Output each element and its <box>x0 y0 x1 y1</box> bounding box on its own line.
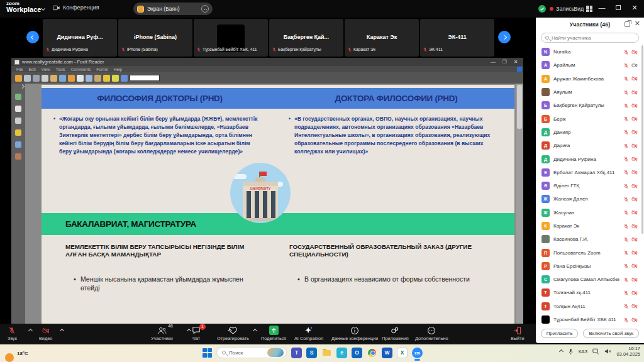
taskbar-app-excel[interactable]: X <box>397 348 408 358</box>
taskbar-clock[interactable]: 16:17 03.04.2025 <box>616 346 640 358</box>
unmute-button[interactable]: Включить свой звук <box>583 329 639 338</box>
toolbar-participants-button[interactable]: 46Участники <box>151 326 173 341</box>
chevron-up-icon[interactable] <box>253 329 257 333</box>
filmstrip-next-button[interactable] <box>498 31 511 43</box>
foxit-menu-tools[interactable]: Tools <box>56 67 65 72</box>
participant-row[interactable]: Касеинова Г.И. <box>536 233 644 246</box>
security-shield-icon[interactable] <box>538 5 546 13</box>
foxit-close-button[interactable]: ✕ <box>511 59 520 65</box>
taskbar-app-store[interactable]: S <box>306 348 317 358</box>
participant-row[interactable]: ААрайлым <box>536 58 644 72</box>
toolbar-video-button[interactable]: Видео <box>39 326 52 341</box>
toolbar-share-button[interactable]: Поделиться <box>261 326 286 341</box>
comments-icon[interactable] <box>15 129 21 136</box>
tray-expand-icon[interactable] <box>559 349 564 354</box>
print-icon[interactable] <box>42 75 48 82</box>
weather-widget[interactable]: 18°C Sunny <box>5 346 30 362</box>
clipboard-icon[interactable] <box>94 75 101 82</box>
email-icon[interactable] <box>50 75 57 82</box>
foxit-menu-view[interactable]: View <box>42 67 50 72</box>
participant-row[interactable]: ППользователь Zoom <box>536 246 644 259</box>
participant-row[interactable]: Аяулым <box>536 85 644 99</box>
taskbar-search[interactable]: Поиск <box>216 347 287 358</box>
screen-icon[interactable] <box>59 75 66 82</box>
minimize-button[interactable]: — <box>596 4 608 11</box>
foxit-menu-file[interactable]: File <box>16 67 23 72</box>
bookmarks-icon[interactable] <box>15 94 21 100</box>
participants-scrollbar[interactable] <box>641 45 643 234</box>
taskbar-app-explorer[interactable] <box>321 348 332 358</box>
participant-row[interactable]: ЖЖансая Далел <box>536 192 644 206</box>
toolbar-info-button[interactable]: Данные конференции <box>331 326 378 341</box>
chevron-up-icon[interactable] <box>187 329 191 333</box>
participant-search[interactable] <box>541 33 639 43</box>
taskbar-app-chrome[interactable] <box>367 348 377 358</box>
hand-tool-icon[interactable] <box>68 75 75 82</box>
participant-row[interactable]: ДДариға <box>536 139 644 152</box>
tray-volume-muted-icon[interactable] <box>604 348 611 354</box>
scrollbar-thumb[interactable] <box>517 85 522 129</box>
participant-row[interactable]: ЖЖасулан <box>536 206 644 219</box>
lock-icon[interactable] <box>103 75 110 82</box>
toolbar-audio-button[interactable]: Звук <box>8 326 17 341</box>
toolbar-apps-button[interactable]: Приложения <box>382 326 409 341</box>
toolbar-chat-button[interactable]: 1Чат <box>192 326 201 341</box>
participant-row[interactable]: ББақберген Қайратұлы <box>536 99 644 112</box>
filmstrip-prev-button[interactable] <box>26 31 39 43</box>
close-button[interactable]: ✕ <box>629 4 640 12</box>
video-tile[interactable]: Дидичина Руф...Дидичина Руфина <box>43 19 117 57</box>
participant-row[interactable]: ДДанияр <box>536 126 644 139</box>
participant-row[interactable]: РРана Ерсінқызы <box>536 260 644 273</box>
screen-share-tab[interactable]: Экран (Баян) <box>133 3 213 15</box>
participant-row[interactable]: ДДидичина Руфина <box>536 152 644 165</box>
participant-row[interactable]: ССмагулова Самал Алпысбеко... <box>536 273 644 286</box>
maximize-button[interactable] <box>613 4 624 11</box>
foxit-help-icon[interactable] <box>517 67 522 72</box>
toolbar-leave-button[interactable]: Выйти <box>511 326 525 341</box>
toolbar-ai-button[interactable]: AI Companion <box>294 326 323 341</box>
panel-close-icon[interactable]: ✕ <box>635 19 640 28</box>
taskbar-app-outlook[interactable]: O <box>352 348 362 358</box>
attachments-icon[interactable] <box>15 141 21 148</box>
tray-mic-icon[interactable] <box>568 348 574 355</box>
select-tool-icon[interactable] <box>77 75 84 82</box>
pen-icon[interactable] <box>112 75 119 82</box>
toolbar-react-button[interactable]: Отреагировать <box>217 326 249 341</box>
taskbar-app-edge[interactable]: e <box>336 348 347 358</box>
search-highlight-image[interactable] <box>267 348 284 357</box>
pages-icon[interactable] <box>15 106 21 112</box>
foxit-menu-help[interactable]: Help <box>114 67 122 72</box>
toolbar-more-button[interactable]: Дополнительно <box>415 326 448 341</box>
find-icon[interactable] <box>121 75 128 82</box>
participant-row[interactable]: ТТолғанай хқ-411 <box>536 286 644 299</box>
save-icon[interactable] <box>24 75 31 82</box>
signature-icon[interactable] <box>15 153 21 160</box>
start-button[interactable] <box>203 348 212 358</box>
video-tile[interactable]: Тұрсынбай Бейбіт ХБК, 411 <box>194 19 268 57</box>
save-all-icon[interactable] <box>33 75 40 82</box>
foxit-menu-edit[interactable]: Edit <box>28 67 35 72</box>
taskbar-app-zoom[interactable]: zm <box>412 348 423 358</box>
foxit-restore-button[interactable]: ❐ <box>500 59 509 65</box>
page-number-input[interactable] <box>130 75 160 81</box>
taskbar-app-word[interactable]: W <box>382 348 392 358</box>
invite-button[interactable]: Пригласить <box>541 329 579 338</box>
foxit-menu-comments[interactable]: Comments <box>71 67 91 72</box>
participant-row[interactable]: NNuraika <box>536 45 644 58</box>
participant-row[interactable]: ККаракат Эк <box>536 219 644 233</box>
search-input[interactable] <box>552 35 621 41</box>
sidebar-collapse-icon[interactable] <box>20 84 25 89</box>
taskbar-app-teams[interactable]: T <box>291 348 302 358</box>
open-folder-icon[interactable] <box>15 75 22 82</box>
video-tile[interactable]: ЭК-411ЭК-411 <box>420 19 494 57</box>
chevron-down-icon[interactable] <box>41 6 45 11</box>
participant-row[interactable]: Тұрсынбай Бейбіт ХБК 411 <box>536 313 644 326</box>
document-scrollbar[interactable] <box>516 84 523 326</box>
chevron-up-icon[interactable] <box>28 329 33 333</box>
chevron-up-icon[interactable] <box>60 329 64 333</box>
video-tile[interactable]: Каракат ЭкКаракат Эк <box>345 19 419 57</box>
reactions-icon[interactable] <box>201 5 209 13</box>
participant-row[interactable]: ББерік <box>536 112 644 125</box>
snapshot-icon[interactable] <box>86 75 92 82</box>
tray-display-icon[interactable] <box>592 348 599 354</box>
